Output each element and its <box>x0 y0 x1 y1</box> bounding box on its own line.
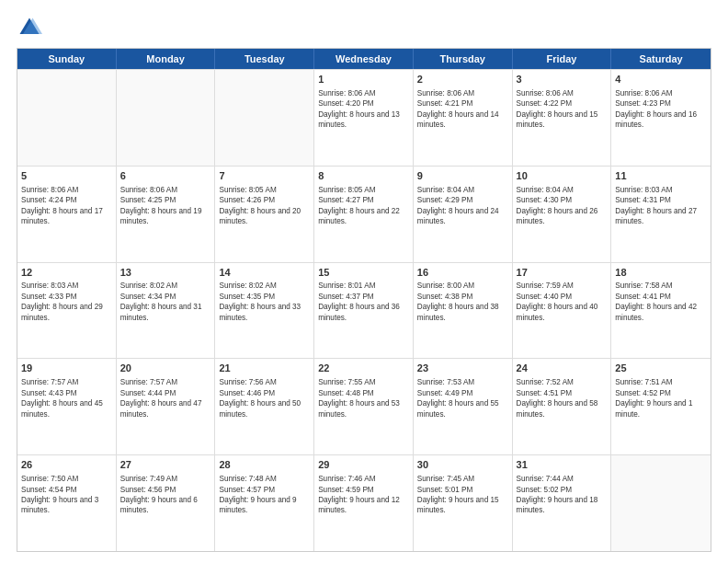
weekday-header: Wednesday <box>314 49 414 69</box>
cell-info: Sunrise: 7:48 AM Sunset: 4:57 PM Dayligh… <box>219 474 310 516</box>
calendar-cell: 3Sunrise: 8:06 AM Sunset: 4:22 PM Daylig… <box>513 70 612 166</box>
calendar-header: SundayMondayTuesdayWednesdayThursdayFrid… <box>17 49 711 69</box>
day-number: 27 <box>120 458 211 472</box>
day-number: 24 <box>517 362 608 375</box>
day-number: 4 <box>615 73 707 86</box>
day-number: 30 <box>417 458 508 472</box>
cell-info: Sunrise: 8:06 AM Sunset: 4:23 PM Dayligh… <box>615 88 707 131</box>
calendar-cell <box>215 70 314 166</box>
calendar-row: 12Sunrise: 8:03 AM Sunset: 4:33 PM Dayli… <box>17 262 711 359</box>
calendar-cell: 22Sunrise: 7:55 AM Sunset: 4:48 PM Dayli… <box>314 359 414 454</box>
calendar-row: 1Sunrise: 8:06 AM Sunset: 4:20 PM Daylig… <box>17 69 711 166</box>
calendar-cell: 23Sunrise: 7:53 AM Sunset: 4:49 PM Dayli… <box>414 359 513 454</box>
cell-info: Sunrise: 7:57 AM Sunset: 4:44 PM Dayligh… <box>120 377 211 419</box>
weekday-header: Thursday <box>414 49 513 69</box>
logo-icon <box>17 15 42 40</box>
day-number: 11 <box>615 169 707 183</box>
cell-info: Sunrise: 7:58 AM Sunset: 4:41 PM Dayligh… <box>615 281 707 323</box>
weekday-header: Sunday <box>17 49 117 69</box>
page: SundayMondayTuesdayWednesdayThursdayFrid… <box>0 0 728 563</box>
day-number: 31 <box>517 458 608 472</box>
logo <box>17 15 46 40</box>
cell-info: Sunrise: 8:02 AM Sunset: 4:35 PM Dayligh… <box>219 281 310 323</box>
weekday-header: Friday <box>513 49 612 69</box>
cell-info: Sunrise: 8:04 AM Sunset: 4:30 PM Dayligh… <box>517 185 608 227</box>
day-number: 10 <box>517 169 608 183</box>
calendar: SundayMondayTuesdayWednesdayThursdayFrid… <box>17 48 711 552</box>
weekday-header: Monday <box>117 49 216 69</box>
calendar-cell: 15Sunrise: 8:01 AM Sunset: 4:37 PM Dayli… <box>314 263 414 359</box>
day-number: 23 <box>417 362 508 375</box>
calendar-cell: 5Sunrise: 8:06 AM Sunset: 4:24 PM Daylig… <box>17 167 117 262</box>
day-number: 6 <box>120 169 211 183</box>
calendar-row: 5Sunrise: 8:06 AM Sunset: 4:24 PM Daylig… <box>17 166 711 262</box>
day-number: 1 <box>318 73 409 86</box>
calendar-cell <box>117 70 216 166</box>
calendar-cell: 4Sunrise: 8:06 AM Sunset: 4:23 PM Daylig… <box>611 70 711 166</box>
day-number: 25 <box>615 362 707 375</box>
cell-info: Sunrise: 8:06 AM Sunset: 4:24 PM Dayligh… <box>21 185 112 227</box>
calendar-cell: 19Sunrise: 7:57 AM Sunset: 4:43 PM Dayli… <box>17 359 117 454</box>
calendar-cell: 14Sunrise: 8:02 AM Sunset: 4:35 PM Dayli… <box>215 263 314 359</box>
cell-info: Sunrise: 8:02 AM Sunset: 4:34 PM Dayligh… <box>120 281 211 323</box>
calendar-row: 19Sunrise: 7:57 AM Sunset: 4:43 PM Dayli… <box>17 358 711 454</box>
day-number: 28 <box>219 458 310 472</box>
day-number: 12 <box>21 266 112 280</box>
calendar-cell: 31Sunrise: 7:44 AM Sunset: 5:02 PM Dayli… <box>513 455 612 551</box>
day-number: 17 <box>517 266 608 280</box>
calendar-cell: 1Sunrise: 8:06 AM Sunset: 4:20 PM Daylig… <box>314 70 414 166</box>
cell-info: Sunrise: 7:57 AM Sunset: 4:43 PM Dayligh… <box>21 377 112 419</box>
day-number: 18 <box>615 266 707 280</box>
calendar-cell: 24Sunrise: 7:52 AM Sunset: 4:51 PM Dayli… <box>513 359 612 454</box>
calendar-cell: 11Sunrise: 8:03 AM Sunset: 4:31 PM Dayli… <box>611 167 711 262</box>
calendar-cell: 2Sunrise: 8:06 AM Sunset: 4:21 PM Daylig… <box>414 70 513 166</box>
day-number: 3 <box>517 73 608 86</box>
cell-info: Sunrise: 8:06 AM Sunset: 4:22 PM Dayligh… <box>517 88 608 131</box>
day-number: 20 <box>120 362 211 375</box>
weekday-header: Saturday <box>611 49 711 69</box>
calendar-cell <box>611 455 711 551</box>
calendar-cell: 28Sunrise: 7:48 AM Sunset: 4:57 PM Dayli… <box>215 455 314 551</box>
calendar-cell: 8Sunrise: 8:05 AM Sunset: 4:27 PM Daylig… <box>314 167 414 262</box>
calendar-cell: 16Sunrise: 8:00 AM Sunset: 4:38 PM Dayli… <box>414 263 513 359</box>
cell-info: Sunrise: 7:51 AM Sunset: 4:52 PM Dayligh… <box>615 377 707 419</box>
cell-info: Sunrise: 8:03 AM Sunset: 4:33 PM Dayligh… <box>21 281 112 323</box>
calendar-cell: 29Sunrise: 7:46 AM Sunset: 4:59 PM Dayli… <box>314 455 414 551</box>
cell-info: Sunrise: 8:05 AM Sunset: 4:27 PM Dayligh… <box>318 185 409 227</box>
day-number: 15 <box>318 266 409 280</box>
day-number: 8 <box>318 169 409 183</box>
cell-info: Sunrise: 7:44 AM Sunset: 5:02 PM Dayligh… <box>517 474 608 516</box>
cell-info: Sunrise: 8:06 AM Sunset: 4:20 PM Dayligh… <box>318 88 409 131</box>
day-number: 5 <box>21 169 112 183</box>
day-number: 14 <box>219 266 310 280</box>
cell-info: Sunrise: 8:04 AM Sunset: 4:29 PM Dayligh… <box>417 185 508 227</box>
header <box>17 15 711 40</box>
calendar-cell: 26Sunrise: 7:50 AM Sunset: 4:54 PM Dayli… <box>17 455 117 551</box>
cell-info: Sunrise: 8:03 AM Sunset: 4:31 PM Dayligh… <box>615 185 707 227</box>
calendar-cell: 7Sunrise: 8:05 AM Sunset: 4:26 PM Daylig… <box>215 167 314 262</box>
calendar-cell <box>17 70 117 166</box>
calendar-cell: 20Sunrise: 7:57 AM Sunset: 4:44 PM Dayli… <box>117 359 216 454</box>
calendar-cell: 13Sunrise: 8:02 AM Sunset: 4:34 PM Dayli… <box>117 263 216 359</box>
cell-info: Sunrise: 8:01 AM Sunset: 4:37 PM Dayligh… <box>318 281 409 323</box>
calendar-cell: 17Sunrise: 7:59 AM Sunset: 4:40 PM Dayli… <box>513 263 612 359</box>
calendar-cell: 27Sunrise: 7:49 AM Sunset: 4:56 PM Dayli… <box>117 455 216 551</box>
cell-info: Sunrise: 7:49 AM Sunset: 4:56 PM Dayligh… <box>120 474 211 516</box>
cell-info: Sunrise: 8:05 AM Sunset: 4:26 PM Dayligh… <box>219 185 310 227</box>
cell-info: Sunrise: 7:45 AM Sunset: 5:01 PM Dayligh… <box>417 474 508 516</box>
calendar-cell: 30Sunrise: 7:45 AM Sunset: 5:01 PM Dayli… <box>414 455 513 551</box>
calendar-body: 1Sunrise: 8:06 AM Sunset: 4:20 PM Daylig… <box>17 69 711 551</box>
day-number: 16 <box>417 266 508 280</box>
cell-info: Sunrise: 7:52 AM Sunset: 4:51 PM Dayligh… <box>517 377 608 419</box>
weekday-header: Tuesday <box>215 49 314 69</box>
cell-info: Sunrise: 7:59 AM Sunset: 4:40 PM Dayligh… <box>517 281 608 323</box>
calendar-cell: 25Sunrise: 7:51 AM Sunset: 4:52 PM Dayli… <box>611 359 711 454</box>
day-number: 19 <box>21 362 112 375</box>
calendar-cell: 12Sunrise: 8:03 AM Sunset: 4:33 PM Dayli… <box>17 263 117 359</box>
day-number: 2 <box>417 73 508 86</box>
calendar-row: 26Sunrise: 7:50 AM Sunset: 4:54 PM Dayli… <box>17 454 711 551</box>
cell-info: Sunrise: 8:06 AM Sunset: 4:25 PM Dayligh… <box>120 185 211 227</box>
cell-info: Sunrise: 7:55 AM Sunset: 4:48 PM Dayligh… <box>318 377 409 419</box>
cell-info: Sunrise: 8:06 AM Sunset: 4:21 PM Dayligh… <box>417 88 508 131</box>
calendar-cell: 9Sunrise: 8:04 AM Sunset: 4:29 PM Daylig… <box>414 167 513 262</box>
